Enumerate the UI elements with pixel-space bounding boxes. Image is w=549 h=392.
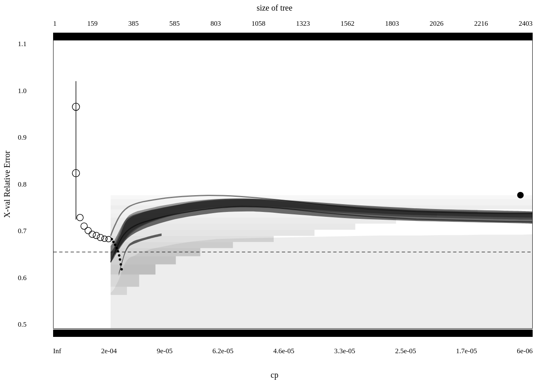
x-label-6: 2.5e-05 xyxy=(395,347,416,355)
top-label-8: 1803 xyxy=(385,20,399,28)
svg-point-5 xyxy=(77,214,83,221)
top-label-11: 2403 xyxy=(519,20,533,28)
svg-rect-24 xyxy=(111,199,532,205)
top-axis-labels: 1 159 385 585 803 1058 1323 1562 1803 20… xyxy=(53,20,533,28)
top-label-3: 585 xyxy=(170,20,180,28)
y-label-5: 0.6 xyxy=(18,274,27,282)
svg-rect-30 xyxy=(111,230,315,236)
y-label-4: 0.7 xyxy=(18,227,27,235)
svg-point-12 xyxy=(106,236,112,242)
x-label-2: 9e-05 xyxy=(157,347,173,355)
y-label-1: 1.0 xyxy=(18,87,27,95)
svg-rect-32 xyxy=(111,242,233,248)
chart-container: size of tree 1 159 385 585 803 1058 1323… xyxy=(0,0,549,392)
x-label-5: 3.3e-05 xyxy=(334,347,355,355)
top-label-1: 159 xyxy=(87,20,98,28)
top-label-2: 385 xyxy=(128,20,139,28)
svg-rect-36 xyxy=(111,274,139,287)
svg-rect-31 xyxy=(111,236,274,242)
top-label-10: 2216 xyxy=(474,20,488,28)
svg-rect-27 xyxy=(111,214,437,218)
svg-rect-33 xyxy=(111,248,201,256)
svg-rect-29 xyxy=(111,224,355,230)
x-label-7: 1.7e-05 xyxy=(456,347,477,355)
top-label-9: 2026 xyxy=(430,20,444,28)
plot-area xyxy=(53,40,533,329)
svg-point-6 xyxy=(81,223,87,229)
svg-rect-34 xyxy=(111,256,176,265)
bottom-bar xyxy=(53,330,533,337)
svg-point-7 xyxy=(85,227,92,234)
svg-point-9 xyxy=(93,232,100,239)
svg-rect-35 xyxy=(111,264,156,274)
x-label-1: 2e-04 xyxy=(101,347,117,355)
svg-rect-26 xyxy=(111,209,478,214)
y-axis-labels: 1.1 1.0 0.9 0.8 0.7 0.6 0.5 xyxy=(4,40,27,329)
top-label-7: 1562 xyxy=(341,20,355,28)
svg-rect-37 xyxy=(111,287,127,295)
svg-point-10 xyxy=(97,234,104,241)
y-label-3: 0.8 xyxy=(18,180,27,189)
svg-rect-23 xyxy=(111,195,532,199)
x-label-3: 6.2e-05 xyxy=(212,347,233,355)
top-label-6: 1323 xyxy=(296,20,310,28)
svg-rect-25 xyxy=(111,205,532,209)
svg-rect-28 xyxy=(111,218,396,224)
svg-point-8 xyxy=(89,231,96,238)
top-axis-title: size of tree xyxy=(0,3,549,13)
y-label-6: 0.5 xyxy=(18,321,27,329)
x-label-8: 6e-06 xyxy=(517,347,533,355)
top-label-5: 1058 xyxy=(252,20,266,28)
x-label-4: 4.6e-05 xyxy=(273,347,294,355)
plot-svg xyxy=(54,40,532,328)
x-axis-labels: Inf 2e-04 9e-05 6.2e-05 4.6e-05 3.3e-05 … xyxy=(53,347,533,355)
top-label-0: 1 xyxy=(53,20,57,28)
x-axis-title: cp xyxy=(0,370,549,380)
top-label-4: 803 xyxy=(210,20,221,28)
x-label-0: Inf xyxy=(53,347,61,355)
y-label-2: 0.9 xyxy=(18,134,27,142)
y-label-0: 1.1 xyxy=(18,40,27,48)
top-bar xyxy=(53,33,533,40)
